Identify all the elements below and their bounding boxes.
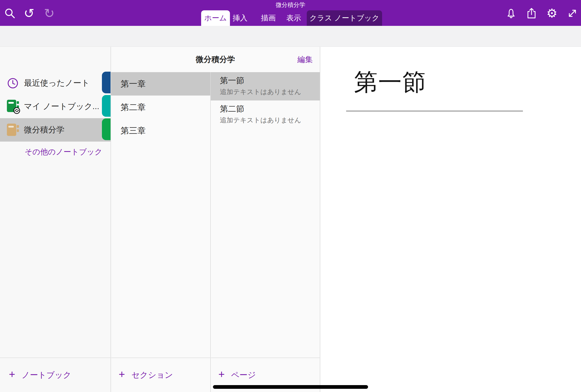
page-content-area[interactable]	[320, 47, 581, 392]
page-row-section2[interactable]: 第二節 追加テキストはありません	[210, 100, 320, 129]
home-indicator[interactable]	[213, 385, 368, 389]
section-row-chapter3[interactable]: 第三章	[111, 119, 210, 142]
tab-home[interactable]: ホーム	[201, 10, 230, 26]
edit-button[interactable]: 編集	[297, 47, 313, 72]
resize-window-button[interactable]	[565, 6, 580, 21]
section-label: 第二章	[121, 102, 146, 113]
divider-pages-content	[320, 47, 320, 392]
divider-sections-pages	[210, 72, 211, 392]
sidebar-item-label: 最近使ったノート	[24, 78, 90, 89]
page-title-underline	[346, 110, 523, 112]
undo-icon: ↺	[24, 7, 34, 20]
share-icon	[525, 7, 538, 20]
notifications-button[interactable]	[504, 6, 519, 21]
settings-button[interactable]: ⚙	[545, 6, 559, 21]
undo-button[interactable]: ↺	[22, 6, 36, 21]
page-subtitle: 追加テキストはありません	[220, 116, 301, 124]
notebook-panel-header: 微分積分学 編集	[111, 47, 320, 72]
bell-icon	[505, 7, 517, 20]
tab-view[interactable]: 表示	[283, 10, 305, 26]
tab-draw[interactable]: 描画	[257, 10, 279, 26]
window-title: 微分積分学	[0, 1, 581, 9]
add-section-button[interactable]: + セクション	[111, 358, 210, 392]
gear-icon: ⚙	[547, 7, 558, 20]
tab-draw-label: 描画	[261, 13, 276, 23]
sidebar-item-my-notebook[interactable]: マイ ノートブック...	[0, 95, 111, 118]
search-button[interactable]	[2, 6, 17, 21]
add-notebook-label: ノートブック	[22, 370, 71, 381]
plus-icon: +	[119, 369, 125, 380]
notebook-tab-blue	[102, 72, 111, 93]
formatting-toolbar: Yu Gothic 20 B I U abc A	[0, 26, 581, 47]
tab-class-notebook-label: クラス ノートブック	[309, 13, 379, 23]
sidebar-item-recent-notes[interactable]: 最近使ったノート	[0, 72, 111, 95]
share-button[interactable]	[524, 6, 539, 21]
top-app-bar: 微分積分学 ↺ ↻ ホーム 挿入 描画 表示 クラス	[0, 0, 581, 26]
notebook-tab-teal	[102, 95, 111, 117]
redo-icon: ↻	[44, 7, 55, 20]
section-row-chapter2[interactable]: 第二章	[111, 96, 210, 119]
notebook-tab-green	[102, 118, 111, 140]
more-notebooks-link[interactable]: その他のノートブック	[25, 147, 102, 157]
tab-class-notebook[interactable]: クラス ノートブック	[307, 10, 382, 26]
redo-button[interactable]: ↻	[42, 6, 57, 21]
section-label: 第三章	[121, 125, 146, 136]
divider-sidebar-sections	[110, 47, 111, 392]
section-label: 第一章	[121, 78, 146, 90]
add-section-label: セクション	[131, 370, 173, 381]
notebook-title: 微分積分学	[111, 47, 320, 72]
tab-view-label: 表示	[286, 13, 301, 23]
clock-icon	[7, 77, 19, 89]
onenote-app-window: 微分積分学 ↺ ↻ ホーム 挿入 描画 表示 クラス	[0, 0, 581, 392]
notebook-icon-tan	[6, 123, 21, 137]
tab-home-label: ホーム	[204, 13, 227, 23]
search-icon	[3, 7, 16, 20]
plus-icon: +	[218, 369, 225, 380]
tab-insert[interactable]: 挿入	[229, 10, 251, 26]
plus-icon: +	[9, 369, 15, 380]
page-title: 第二節	[220, 104, 244, 114]
page-subtitle: 追加テキストはありません	[220, 88, 301, 96]
tab-insert-label: 挿入	[233, 13, 247, 23]
add-notebook-button[interactable]: + ノートブック	[0, 358, 111, 392]
sidebar-item-label: マイ ノートブック...	[24, 101, 99, 112]
page-title: 第一節	[220, 75, 244, 86]
section-row-chapter1[interactable]: 第一章	[111, 72, 210, 96]
notebook-icon-green	[6, 99, 21, 114]
page-row-section1[interactable]: 第一節 追加テキストはありません	[210, 72, 320, 100]
page-content-title[interactable]: 第一節	[354, 66, 426, 98]
expand-diagonal-icon	[566, 7, 579, 20]
add-page-label: ページ	[231, 370, 256, 381]
sidebar-item-calculus[interactable]: 微分積分学	[0, 118, 111, 142]
sidebar-item-label: 微分積分学	[24, 124, 64, 136]
